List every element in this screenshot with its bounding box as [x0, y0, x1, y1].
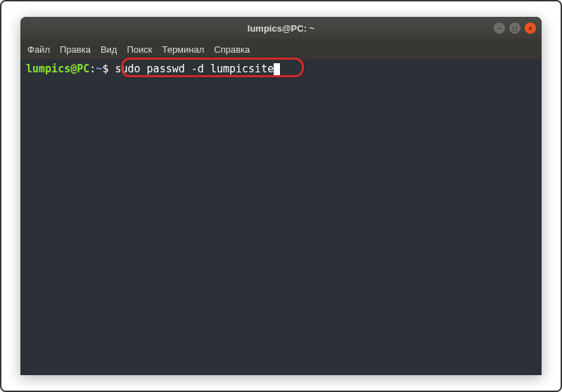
cursor-icon	[274, 63, 280, 75]
prompt-symbol: $	[102, 62, 115, 77]
prompt-user-host: lumpics@PC	[26, 62, 89, 77]
command-input: sudo passwd -d lumpicsite	[115, 62, 274, 77]
menu-help[interactable]: Справка	[214, 44, 250, 55]
maximize-button[interactable]: □	[509, 22, 521, 34]
prompt-line: lumpics@PC:~$ sudo passwd -d lumpicsite	[26, 62, 536, 77]
prompt-path: ~	[96, 62, 102, 77]
menu-view[interactable]: Вид	[101, 44, 117, 55]
window-controls: − □ ×	[494, 22, 536, 34]
terminal-content[interactable]: lumpics@PC:~$ sudo passwd -d lumpicsite	[20, 59, 542, 375]
window-title: lumpics@PC: ~	[248, 23, 314, 34]
maximize-icon: □	[513, 25, 517, 32]
minimize-button[interactable]: −	[494, 22, 505, 34]
menu-edit[interactable]: Правка	[60, 44, 91, 55]
close-button[interactable]: ×	[525, 22, 536, 34]
menu-terminal[interactable]: Терминал	[162, 44, 204, 55]
title-bar: lumpics@PC: ~ − □ ×	[20, 17, 542, 39]
minimize-icon: −	[497, 25, 502, 32]
prompt-colon: :	[89, 62, 96, 77]
menu-search[interactable]: Поиск	[127, 44, 152, 55]
menu-bar: Файл Правка Вид Поиск Терминал Справка	[20, 39, 542, 59]
menu-file[interactable]: Файл	[27, 44, 50, 55]
close-icon: ×	[528, 25, 532, 32]
terminal-window: lumpics@PC: ~ − □ × Файл Правка Вид Поис…	[20, 17, 542, 375]
